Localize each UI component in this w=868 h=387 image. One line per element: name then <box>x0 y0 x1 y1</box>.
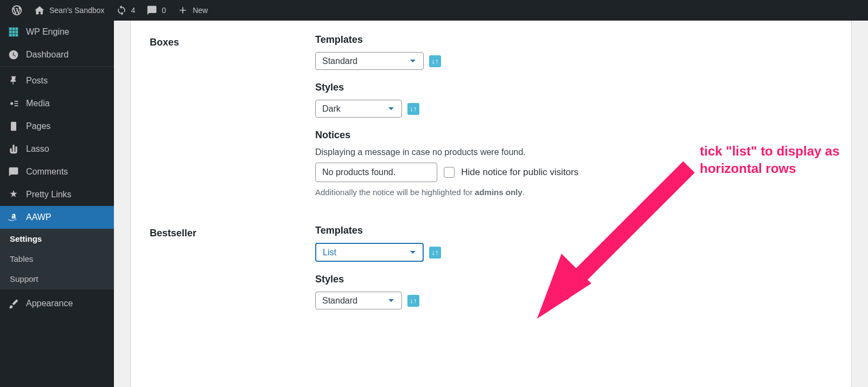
new-content-link[interactable]: New <box>171 4 213 16</box>
home-icon <box>34 4 46 16</box>
plus-icon <box>177 4 189 16</box>
wordpress-icon <box>11 4 23 16</box>
updates-link[interactable]: 4 <box>110 4 141 16</box>
admin-topbar: Sean's Sandbox 4 0 New <box>0 0 868 21</box>
comment-icon <box>146 4 158 16</box>
comments-count: 0 <box>162 6 166 15</box>
comments-link[interactable]: 0 <box>141 4 171 16</box>
refresh-icon <box>116 4 127 16</box>
new-label: New <box>193 6 208 15</box>
site-name-text: Sean's Sandbox <box>49 6 105 15</box>
updates-count: 4 <box>131 6 136 15</box>
wp-logo[interactable] <box>5 4 28 16</box>
site-name-link[interactable]: Sean's Sandbox <box>28 4 110 16</box>
